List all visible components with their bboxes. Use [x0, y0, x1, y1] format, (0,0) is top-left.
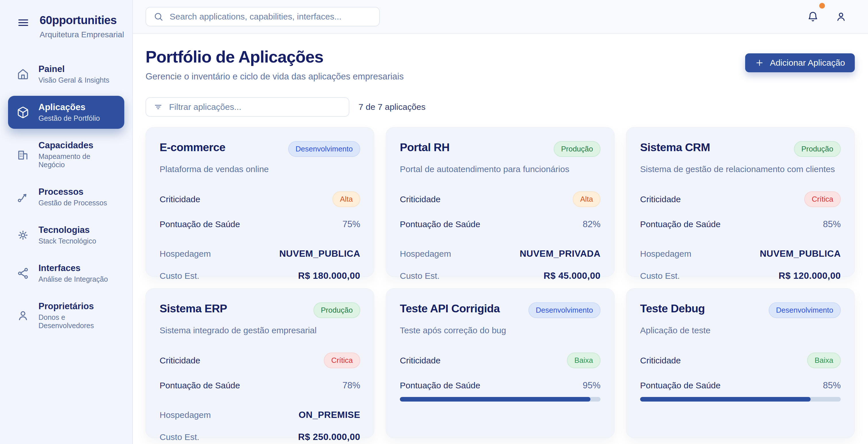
- sidebar-item-interfaces[interactable]: Interfaces Análise de Integração: [8, 257, 124, 290]
- plus-icon: [755, 58, 764, 67]
- status-badge: Desenvolvimento: [769, 302, 841, 318]
- route-icon: [17, 191, 29, 203]
- sidebar-item-sublabel: Mapeamento de Negócio: [38, 152, 116, 169]
- criticality-badge: Alta: [572, 191, 600, 207]
- sidebar-item-label: Aplicações: [38, 102, 100, 112]
- cost-value: R$ 120.000,00: [779, 270, 841, 281]
- main-column: Portfólio de Aplicações Gerencie o inven…: [133, 0, 868, 444]
- criticality-label: Criticidade: [640, 356, 681, 366]
- status-badge: Desenvolvimento: [288, 141, 360, 157]
- health-label: Pontuação de Saúde: [400, 381, 480, 390]
- sidebar-item-label: Proprietários: [38, 301, 116, 311]
- app-card-description: Aplicação de teste: [640, 326, 841, 335]
- health-value: 85%: [823, 380, 841, 391]
- sidebar-item-sublabel: Gestão de Portfólio: [38, 114, 100, 123]
- health-label: Pontuação de Saúde: [400, 219, 480, 229]
- bell-icon: [807, 11, 818, 22]
- hosting-value: ON_PREMISE: [299, 410, 360, 420]
- share-icon: [17, 267, 29, 280]
- building-icon: [17, 148, 29, 161]
- page-subtitle: Gerencie o inventário e ciclo de vida da…: [146, 71, 404, 82]
- sidebar-item-label: Interfaces: [38, 263, 108, 273]
- cost-value: R$ 250.000,00: [298, 432, 360, 442]
- add-application-button[interactable]: Adicionar Aplicação: [745, 53, 855, 72]
- health-progress-track: [640, 397, 841, 402]
- criticality-badge: Crítica: [804, 191, 841, 207]
- health-progress-track: [400, 397, 600, 402]
- criticality-label: Criticidade: [160, 356, 200, 366]
- sidebar-item-processos[interactable]: Processos Gestão de Processos: [8, 180, 124, 213]
- sidebar-item-sublabel: Visão Geral & Insights: [38, 76, 110, 84]
- brand: 60pportunities Arquitetura Empresarial: [8, 14, 124, 39]
- health-progress-fill: [400, 397, 590, 402]
- app-card-teste-api-corrigida[interactable]: Teste API Corrigida Desenvolvimento Test…: [386, 288, 615, 438]
- criticality-label: Criticidade: [400, 356, 441, 366]
- sidebar-item-label: Tecnologias: [38, 225, 96, 235]
- app-card-e-commerce[interactable]: E-commerce Desenvolvimento Plataforma de…: [146, 127, 374, 277]
- health-label: Pontuação de Saúde: [160, 219, 240, 229]
- home-icon: [17, 68, 29, 80]
- search-input[interactable]: [169, 11, 372, 22]
- health-value: 85%: [823, 219, 841, 230]
- sidebar-item-capacidades[interactable]: Capacidades Mapeamento de Negócio: [8, 134, 124, 175]
- hosting-value: NUVEM_PUBLICA: [760, 248, 841, 259]
- cost-label: Custo Est.: [160, 432, 199, 442]
- brand-subtitle: Arquitetura Empresarial: [40, 30, 124, 39]
- app-card-sistema-erp[interactable]: Sistema ERP Produção Sistema integrado d…: [146, 288, 374, 438]
- filter-input[interactable]: [168, 102, 341, 112]
- package-icon: [17, 106, 29, 119]
- account-button[interactable]: [835, 11, 847, 22]
- content: Portfólio de Aplicações Gerencie o inven…: [133, 34, 868, 444]
- health-value: 95%: [583, 380, 600, 391]
- cost-label: Custo Est.: [400, 271, 439, 281]
- status-badge: Produção: [313, 302, 360, 318]
- sidebar: 60pportunities Arquitetura Empresarial P…: [0, 0, 133, 444]
- health-value: 82%: [583, 219, 600, 230]
- page-header: Portfólio de Aplicações Gerencie o inven…: [146, 47, 855, 82]
- app-card-description: Sistema integrado de gestão empresarial: [160, 326, 360, 335]
- app-card-sistema-crm[interactable]: Sistema CRM Produção Sistema de gestão d…: [626, 127, 855, 277]
- app-card-teste-debug[interactable]: Teste Debug Desenvolvimento Aplicação de…: [626, 288, 855, 438]
- sidebar-item-sublabel: Donos e Desenvolvedores: [38, 313, 116, 330]
- add-application-label: Adicionar Aplicação: [770, 58, 845, 68]
- global-search[interactable]: [146, 7, 380, 26]
- health-value: 75%: [342, 219, 360, 230]
- user-icon: [835, 11, 847, 22]
- hosting-label: Hospedagem: [160, 410, 211, 420]
- app-card-title: Sistema CRM: [640, 141, 710, 154]
- hosting-label: Hospedagem: [400, 249, 451, 259]
- cost-value: R$ 180.000,00: [298, 270, 360, 281]
- sidebar-item-proprietarios[interactable]: Proprietários Donos e Desenvolvedores: [8, 295, 124, 336]
- sidebar-item-painel[interactable]: Painel Visão Geral & Insights: [8, 58, 124, 91]
- app-card-description: Portal de autoatendimento para funcionár…: [400, 164, 600, 174]
- page-title: Portfólio de Aplicações: [146, 47, 404, 66]
- sidebar-nav: Painel Visão Geral & Insights Aplicações…: [8, 58, 124, 336]
- app-root: 60pportunities Arquitetura Empresarial P…: [0, 0, 868, 444]
- health-label: Pontuação de Saúde: [640, 381, 720, 390]
- hosting-value: NUVEM_PRIVADA: [520, 248, 601, 259]
- sidebar-item-sublabel: Gestão de Processos: [38, 199, 107, 207]
- topbar: [133, 0, 868, 34]
- applications-count: 7 de 7 aplicações: [359, 102, 426, 112]
- sidebar-item-aplicacoes[interactable]: Aplicações Gestão de Portfólio: [8, 96, 124, 129]
- sidebar-item-tecnologias[interactable]: Tecnologias Stack Tecnológico: [8, 218, 124, 251]
- cost-value: R$ 45.000,00: [544, 270, 600, 281]
- app-card-portal-rh[interactable]: Portal RH Produção Portal de autoatendim…: [386, 127, 615, 277]
- criticality-label: Criticidade: [400, 195, 441, 204]
- sidebar-item-sublabel: Stack Tecnológico: [38, 237, 96, 245]
- app-card-description: Sistema de gestão de relacionamento com …: [640, 164, 841, 174]
- notifications-button[interactable]: [807, 11, 818, 22]
- status-badge: Produção: [794, 141, 841, 157]
- app-card-title: Teste API Corrigida: [400, 302, 500, 315]
- app-card-description: Teste após correção do bug: [400, 326, 600, 335]
- cost-label: Custo Est.: [640, 271, 680, 281]
- criticality-badge: Baixa: [567, 352, 600, 368]
- topbar-actions: [807, 11, 847, 22]
- cost-label: Custo Est.: [160, 271, 199, 281]
- menu-icon[interactable]: [17, 16, 30, 29]
- health-label: Pontuação de Saúde: [640, 219, 720, 229]
- hosting-label: Hospedagem: [160, 249, 211, 259]
- health-progress-fill: [640, 397, 811, 402]
- notification-dot: [819, 3, 825, 9]
- filter-box[interactable]: [146, 97, 349, 117]
